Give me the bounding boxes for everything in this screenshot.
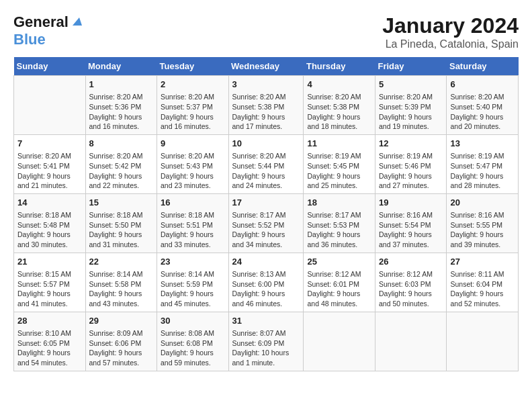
calendar-cell bbox=[375, 312, 447, 371]
calendar-cell: 10Sunrise: 8:20 AM Sunset: 5:44 PM Dayli… bbox=[228, 134, 304, 193]
day-number: 26 bbox=[379, 256, 443, 268]
day-number: 23 bbox=[161, 256, 225, 268]
calendar-cell: 1Sunrise: 8:20 AM Sunset: 5:36 PM Daylig… bbox=[85, 76, 157, 135]
weekday-thursday: Thursday bbox=[304, 57, 375, 76]
day-number: 4 bbox=[307, 79, 371, 91]
weekday-header-row: SundayMondayTuesdayWednesdayThursdayFrid… bbox=[14, 57, 519, 76]
day-info: Sunrise: 8:18 AM Sunset: 5:48 PM Dayligh… bbox=[17, 210, 82, 250]
calendar-cell: 23Sunrise: 8:14 AM Sunset: 5:59 PM Dayli… bbox=[157, 253, 229, 312]
calendar-cell: 24Sunrise: 8:13 AM Sunset: 6:00 PM Dayli… bbox=[228, 253, 304, 312]
day-info: Sunrise: 8:14 AM Sunset: 5:58 PM Dayligh… bbox=[89, 269, 154, 309]
calendar-body: 1Sunrise: 8:20 AM Sunset: 5:36 PM Daylig… bbox=[14, 76, 519, 371]
calendar-cell bbox=[447, 312, 519, 371]
day-number: 16 bbox=[161, 197, 225, 209]
calendar-cell: 30Sunrise: 8:08 AM Sunset: 6:08 PM Dayli… bbox=[157, 312, 229, 371]
calendar-cell: 11Sunrise: 8:19 AM Sunset: 5:45 PM Dayli… bbox=[304, 134, 375, 193]
day-number: 5 bbox=[379, 79, 443, 91]
day-info: Sunrise: 8:13 AM Sunset: 6:00 PM Dayligh… bbox=[232, 269, 300, 309]
day-number: 14 bbox=[17, 197, 82, 209]
calendar-cell: 20Sunrise: 8:16 AM Sunset: 5:55 PM Dayli… bbox=[447, 193, 519, 253]
weekday-saturday: Saturday bbox=[447, 57, 519, 76]
day-info: Sunrise: 8:11 AM Sunset: 6:04 PM Dayligh… bbox=[450, 269, 515, 309]
day-info: Sunrise: 8:09 AM Sunset: 6:06 PM Dayligh… bbox=[89, 328, 154, 368]
calendar-cell: 5Sunrise: 8:20 AM Sunset: 5:39 PM Daylig… bbox=[375, 76, 447, 135]
day-number: 27 bbox=[450, 256, 515, 268]
day-info: Sunrise: 8:20 AM Sunset: 5:41 PM Dayligh… bbox=[17, 151, 82, 191]
day-number: 6 bbox=[450, 79, 515, 91]
calendar-cell: 31Sunrise: 8:07 AM Sunset: 6:09 PM Dayli… bbox=[228, 312, 304, 371]
day-info: Sunrise: 8:07 AM Sunset: 6:09 PM Dayligh… bbox=[232, 328, 300, 368]
logo: General Blue bbox=[13, 13, 82, 48]
calendar-week-4: 21Sunrise: 8:15 AM Sunset: 5:57 PM Dayli… bbox=[14, 253, 519, 312]
calendar-cell: 12Sunrise: 8:19 AM Sunset: 5:46 PM Dayli… bbox=[375, 134, 447, 193]
day-info: Sunrise: 8:08 AM Sunset: 6:08 PM Dayligh… bbox=[161, 328, 225, 368]
day-info: Sunrise: 8:20 AM Sunset: 5:42 PM Dayligh… bbox=[89, 151, 154, 191]
day-info: Sunrise: 8:14 AM Sunset: 5:59 PM Dayligh… bbox=[161, 269, 225, 309]
day-number: 15 bbox=[89, 197, 154, 209]
weekday-wednesday: Wednesday bbox=[228, 57, 304, 76]
calendar-cell: 8Sunrise: 8:20 AM Sunset: 5:42 PM Daylig… bbox=[85, 134, 157, 193]
day-number: 2 bbox=[161, 79, 225, 91]
day-number: 29 bbox=[89, 315, 154, 327]
calendar-cell: 6Sunrise: 8:20 AM Sunset: 5:40 PM Daylig… bbox=[447, 76, 519, 135]
day-number: 11 bbox=[307, 138, 371, 150]
day-info: Sunrise: 8:19 AM Sunset: 5:46 PM Dayligh… bbox=[379, 151, 443, 191]
calendar-cell bbox=[304, 312, 375, 371]
day-number: 7 bbox=[17, 138, 82, 150]
page-title: January 2024 bbox=[382, 13, 519, 38]
calendar-cell: 28Sunrise: 8:10 AM Sunset: 6:05 PM Dayli… bbox=[14, 312, 86, 371]
day-number: 13 bbox=[450, 138, 515, 150]
calendar-table: SundayMondayTuesdayWednesdayThursdayFrid… bbox=[13, 57, 519, 371]
day-info: Sunrise: 8:20 AM Sunset: 5:38 PM Dayligh… bbox=[307, 92, 371, 132]
day-info: Sunrise: 8:20 AM Sunset: 5:36 PM Dayligh… bbox=[89, 92, 154, 132]
day-number: 19 bbox=[379, 197, 443, 209]
day-info: Sunrise: 8:20 AM Sunset: 5:38 PM Dayligh… bbox=[232, 92, 300, 132]
calendar-cell: 25Sunrise: 8:12 AM Sunset: 6:01 PM Dayli… bbox=[304, 253, 375, 312]
calendar-cell: 7Sunrise: 8:20 AM Sunset: 5:41 PM Daylig… bbox=[14, 134, 86, 193]
calendar-cell: 3Sunrise: 8:20 AM Sunset: 5:38 PM Daylig… bbox=[228, 76, 304, 135]
day-number: 25 bbox=[307, 256, 371, 268]
day-number: 28 bbox=[17, 315, 82, 327]
logo-icon bbox=[70, 15, 82, 27]
calendar-cell: 16Sunrise: 8:18 AM Sunset: 5:51 PM Dayli… bbox=[157, 193, 229, 253]
calendar-cell: 27Sunrise: 8:11 AM Sunset: 6:04 PM Dayli… bbox=[447, 253, 519, 312]
day-number: 31 bbox=[232, 315, 300, 327]
calendar-cell: 29Sunrise: 8:09 AM Sunset: 6:06 PM Dayli… bbox=[85, 312, 157, 371]
calendar-cell: 4Sunrise: 8:20 AM Sunset: 5:38 PM Daylig… bbox=[304, 76, 375, 135]
day-info: Sunrise: 8:18 AM Sunset: 5:50 PM Dayligh… bbox=[89, 210, 154, 250]
day-info: Sunrise: 8:10 AM Sunset: 6:05 PM Dayligh… bbox=[17, 328, 82, 368]
day-info: Sunrise: 8:20 AM Sunset: 5:39 PM Dayligh… bbox=[379, 92, 443, 132]
calendar-cell: 21Sunrise: 8:15 AM Sunset: 5:57 PM Dayli… bbox=[14, 253, 86, 312]
day-info: Sunrise: 8:20 AM Sunset: 5:40 PM Dayligh… bbox=[450, 92, 515, 132]
day-number: 9 bbox=[161, 138, 225, 150]
calendar-cell: 9Sunrise: 8:20 AM Sunset: 5:43 PM Daylig… bbox=[157, 134, 229, 193]
calendar-cell: 26Sunrise: 8:12 AM Sunset: 6:03 PM Dayli… bbox=[375, 253, 447, 312]
day-number: 12 bbox=[379, 138, 443, 150]
calendar-cell: 15Sunrise: 8:18 AM Sunset: 5:50 PM Dayli… bbox=[85, 193, 157, 253]
day-info: Sunrise: 8:15 AM Sunset: 5:57 PM Dayligh… bbox=[17, 269, 82, 309]
title-block: January 2024 La Pineda, Catalonia, Spain bbox=[382, 13, 519, 50]
logo-blue: Blue bbox=[13, 31, 46, 48]
calendar-week-5: 28Sunrise: 8:10 AM Sunset: 6:05 PM Dayli… bbox=[14, 312, 519, 371]
day-info: Sunrise: 8:20 AM Sunset: 5:44 PM Dayligh… bbox=[232, 151, 300, 191]
day-number: 30 bbox=[161, 315, 225, 327]
day-number: 22 bbox=[89, 256, 154, 268]
day-info: Sunrise: 8:19 AM Sunset: 5:45 PM Dayligh… bbox=[307, 151, 371, 191]
page-subtitle: La Pineda, Catalonia, Spain bbox=[382, 38, 519, 50]
day-info: Sunrise: 8:16 AM Sunset: 5:54 PM Dayligh… bbox=[379, 210, 443, 250]
day-info: Sunrise: 8:17 AM Sunset: 5:52 PM Dayligh… bbox=[232, 210, 300, 250]
calendar-cell: 19Sunrise: 8:16 AM Sunset: 5:54 PM Dayli… bbox=[375, 193, 447, 253]
day-info: Sunrise: 8:17 AM Sunset: 5:53 PM Dayligh… bbox=[307, 210, 371, 250]
day-number: 3 bbox=[232, 79, 300, 91]
day-info: Sunrise: 8:20 AM Sunset: 5:43 PM Dayligh… bbox=[161, 151, 225, 191]
day-number: 8 bbox=[89, 138, 154, 150]
day-info: Sunrise: 8:19 AM Sunset: 5:47 PM Dayligh… bbox=[450, 151, 515, 191]
page-header: General Blue January 2024 La Pineda, Cat… bbox=[13, 13, 519, 50]
day-number: 10 bbox=[232, 138, 300, 150]
day-number: 24 bbox=[232, 256, 300, 268]
day-info: Sunrise: 8:18 AM Sunset: 5:51 PM Dayligh… bbox=[161, 210, 225, 250]
weekday-friday: Friday bbox=[375, 57, 447, 76]
calendar-cell: 17Sunrise: 8:17 AM Sunset: 5:52 PM Dayli… bbox=[228, 193, 304, 253]
weekday-monday: Monday bbox=[85, 57, 157, 76]
calendar-cell: 14Sunrise: 8:18 AM Sunset: 5:48 PM Dayli… bbox=[14, 193, 86, 253]
